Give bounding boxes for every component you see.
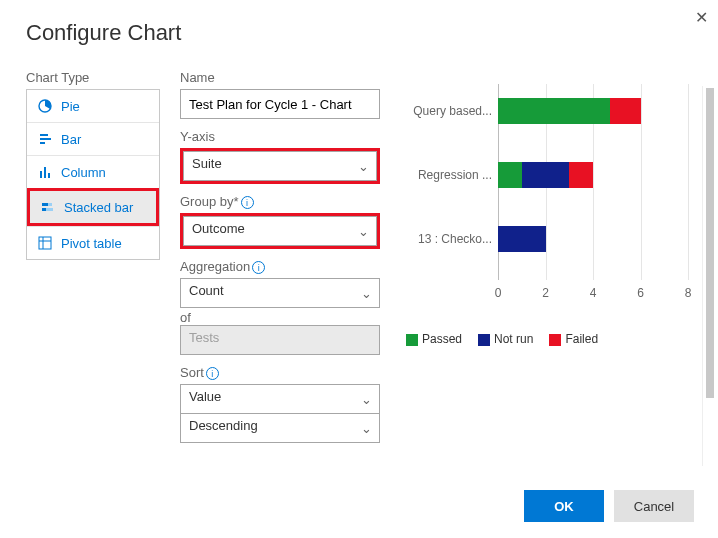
chart-type-column[interactable]: Column xyxy=(27,155,159,188)
chart-type-pivot[interactable]: Pivot table xyxy=(27,226,159,259)
svg-rect-6 xyxy=(48,173,50,178)
x-tick: 6 xyxy=(637,286,644,300)
x-tick: 2 xyxy=(542,286,549,300)
name-label: Name xyxy=(180,70,380,85)
svg-rect-8 xyxy=(48,203,52,206)
chart-legend: PassedNot runFailed xyxy=(406,332,698,346)
sort-label: Sorti xyxy=(180,365,380,380)
column-icon xyxy=(37,164,53,180)
bar-segment xyxy=(498,226,546,252)
pivot-icon xyxy=(37,235,53,251)
pie-icon xyxy=(37,98,53,114)
close-icon[interactable]: ✕ xyxy=(695,8,708,27)
bar-segment xyxy=(569,162,593,188)
info-icon[interactable]: i xyxy=(206,367,219,380)
chart-type-label: Pivot table xyxy=(61,236,122,251)
chart-type-label: Bar xyxy=(61,132,81,147)
ok-button[interactable]: OK xyxy=(524,490,604,522)
legend-item: Failed xyxy=(549,332,598,346)
chart-type-label: Column xyxy=(61,165,106,180)
x-tick: 8 xyxy=(685,286,692,300)
chart-type-list: Pie Bar Column Stacked bar Pivot table xyxy=(26,89,160,260)
svg-rect-4 xyxy=(40,171,42,178)
yaxis-select[interactable]: Suite ⌄ xyxy=(180,148,380,184)
svg-rect-1 xyxy=(40,134,48,136)
info-icon[interactable]: i xyxy=(241,196,254,209)
svg-rect-9 xyxy=(42,208,46,211)
name-input[interactable] xyxy=(180,89,380,119)
bar-row xyxy=(498,162,593,188)
bar-segment xyxy=(498,162,522,188)
sort-dir-select[interactable]: Descending ⌄ xyxy=(180,413,380,443)
bar-row xyxy=(498,98,641,124)
svg-rect-2 xyxy=(40,138,51,140)
sort-field-select[interactable]: Value ⌄ xyxy=(180,384,380,414)
of-label: of xyxy=(180,310,380,325)
legend-item: Not run xyxy=(478,332,533,346)
bar-row xyxy=(498,226,546,252)
scrollbar[interactable] xyxy=(702,86,716,466)
y-category-label: Query based... xyxy=(406,104,492,118)
svg-rect-7 xyxy=(42,203,48,206)
chart-type-bar[interactable]: Bar xyxy=(27,122,159,155)
agg-select[interactable]: Count ⌄ xyxy=(180,278,380,308)
x-tick: 0 xyxy=(495,286,502,300)
legend-item: Passed xyxy=(406,332,462,346)
y-category-label: 13 : Checko... xyxy=(406,232,492,246)
cancel-button[interactable]: Cancel xyxy=(614,490,694,522)
chart-type-label: Stacked bar xyxy=(64,200,133,215)
chart-type-stacked-bar[interactable]: Stacked bar xyxy=(27,188,159,226)
svg-rect-3 xyxy=(40,142,45,144)
stacked-bar-icon xyxy=(40,199,56,215)
chart-type-label: Pie xyxy=(61,99,80,114)
bar-segment xyxy=(522,162,570,188)
yaxis-label: Y-axis xyxy=(180,129,380,144)
chart-type-heading: Chart Type xyxy=(26,70,160,85)
x-tick: 4 xyxy=(590,286,597,300)
bar-segment xyxy=(498,98,610,124)
chart-preview: 02468Query based...Regression ...13 : Ch… xyxy=(406,80,698,320)
group-label: Group by*i xyxy=(180,194,380,209)
chart-type-pie[interactable]: Pie xyxy=(27,90,159,122)
bar-segment xyxy=(610,98,641,124)
group-select[interactable]: Outcome ⌄ xyxy=(180,213,380,249)
svg-rect-10 xyxy=(46,208,53,211)
svg-rect-11 xyxy=(39,237,51,249)
y-category-label: Regression ... xyxy=(406,168,492,182)
info-icon[interactable]: i xyxy=(252,261,265,274)
dialog-title: Configure Chart xyxy=(26,20,698,46)
agg-label: Aggregationi xyxy=(180,259,380,274)
of-field: Tests xyxy=(180,325,380,355)
svg-rect-5 xyxy=(44,167,46,178)
bar-icon xyxy=(37,131,53,147)
